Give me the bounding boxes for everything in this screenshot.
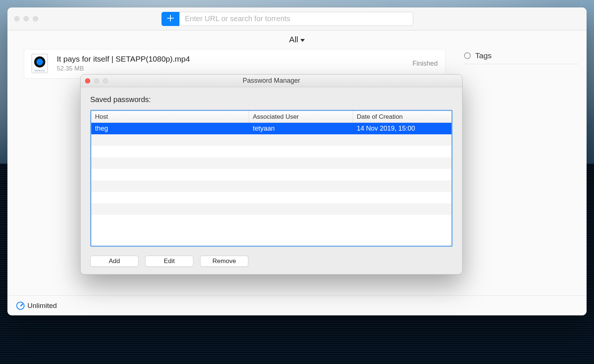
- close-window-button[interactable]: [14, 16, 20, 22]
- add-button[interactable]: Add: [90, 256, 138, 267]
- torrent-info: It pays for itself | SETAPP(1080p).mp4 5…: [57, 55, 404, 72]
- minimize-window-button[interactable]: [23, 16, 29, 22]
- dialog-titlebar: Password Manager: [81, 75, 462, 87]
- window-controls: [14, 16, 38, 22]
- table-row[interactable]: [91, 157, 451, 169]
- cell-host: theg: [91, 125, 249, 132]
- tags-header[interactable]: Tags: [464, 51, 579, 64]
- torrent-title: It pays for itself | SETAPP(1080p).mp4: [57, 55, 404, 63]
- table-row[interactable]: [91, 180, 451, 192]
- column-user[interactable]: Associated User: [249, 111, 353, 122]
- table-row[interactable]: thegtetyaan14 Nov 2019, 15:00: [91, 123, 451, 134]
- table-body: thegtetyaan14 Nov 2019, 15:00: [91, 123, 451, 246]
- column-host[interactable]: Host: [91, 111, 249, 122]
- torrent-size: 52.35 MB: [57, 65, 404, 72]
- zoom-window-button[interactable]: [33, 16, 38, 22]
- saved-passwords-label: Saved passwords:: [90, 95, 453, 104]
- cell-date: 14 Nov 2019, 15:00: [353, 125, 451, 132]
- speed-limit-label[interactable]: Unlimited: [27, 302, 57, 310]
- edit-button[interactable]: Edit: [145, 256, 193, 267]
- table-row[interactable]: [91, 203, 451, 215]
- column-date[interactable]: Date of Creation: [353, 111, 451, 122]
- dialog-button-row: Add Edit Remove: [90, 256, 453, 267]
- plus-icon: [167, 15, 174, 23]
- search-input[interactable]: [179, 12, 413, 26]
- filter-label: All: [289, 35, 298, 45]
- table-row[interactable]: [91, 146, 451, 157]
- speed-gauge-icon: [16, 302, 25, 310]
- password-manager-dialog: Password Manager Saved passwords: Host A…: [80, 74, 463, 275]
- toolbar: [7, 7, 587, 30]
- table-row[interactable]: [91, 215, 451, 226]
- add-torrent-button[interactable]: [161, 12, 179, 26]
- dialog-title: Password Manager: [81, 75, 462, 87]
- tags-title: Tags: [475, 51, 492, 60]
- cell-user: tetyaan: [249, 125, 353, 132]
- passwords-table: Host Associated User Date of Creation th…: [90, 110, 453, 247]
- table-row[interactable]: [91, 192, 451, 203]
- circle-outline-icon: [464, 52, 471, 59]
- dialog-body: Saved passwords: Host Associated User Da…: [81, 87, 462, 274]
- chevron-down-icon: [300, 39, 305, 42]
- table-row[interactable]: [91, 134, 451, 146]
- table-header: Host Associated User Date of Creation: [91, 111, 451, 123]
- file-video-icon: [32, 54, 48, 73]
- filter-popup[interactable]: All: [289, 35, 305, 45]
- torrent-status: Finished: [412, 60, 438, 68]
- filter-bar: All: [7, 30, 587, 49]
- table-row[interactable]: [91, 169, 451, 180]
- sidebar-tags: Tags: [464, 49, 579, 295]
- remove-button[interactable]: Remove: [200, 256, 248, 267]
- status-bar: Unlimited: [7, 295, 587, 315]
